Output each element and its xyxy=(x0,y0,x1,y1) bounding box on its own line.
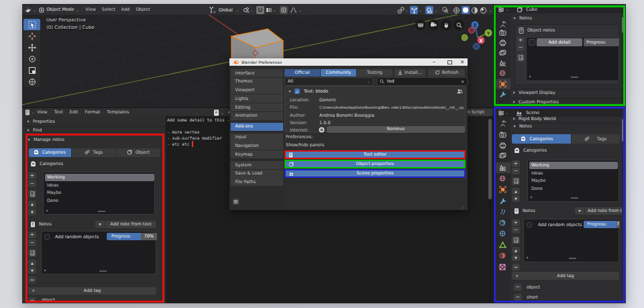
sidebar-item-editing[interactable]: Editing xyxy=(231,103,283,111)
add-category-button[interactable]: + xyxy=(28,172,36,179)
tab-official[interactable]: Official xyxy=(284,69,320,76)
axis-gizmo[interactable]: Z Y X xyxy=(462,20,492,51)
xray-toggle-icon[interactable] xyxy=(442,7,449,13)
properties-editor-icon[interactable] xyxy=(498,7,504,13)
text-datablock-selector[interactable]: ⌄ A xyxy=(213,109,231,116)
tab-testing[interactable]: Testing xyxy=(357,69,392,76)
object-props-panel-button[interactable]: Object properties xyxy=(286,161,464,167)
move-category-up-button[interactable]: ▲ xyxy=(28,201,36,207)
remove-category-button[interactable]: − xyxy=(28,181,36,187)
add-note-button[interactable]: + xyxy=(28,232,36,238)
list-item-selected[interactable]: Working xyxy=(529,162,618,169)
remove-note-button[interactable]: − xyxy=(517,44,525,51)
shading-rendered-icon[interactable] xyxy=(480,7,487,14)
proportional-editing-toggle[interactable] xyxy=(280,6,288,14)
menu-select[interactable]: Select xyxy=(102,7,115,12)
addon-enabled-checkbox[interactable]: ✓ xyxy=(294,89,300,94)
add-note-button[interactable]: + xyxy=(517,37,525,44)
sidebar-item-interface[interactable]: Interface xyxy=(231,69,283,77)
list-expand-arrow[interactable] xyxy=(527,256,528,258)
remove-tag-button[interactable]: − xyxy=(28,297,36,303)
add-note-button[interactable]: + xyxy=(512,219,520,226)
tab-tags[interactable]: Tags xyxy=(572,134,620,144)
note-checkbox[interactable] xyxy=(529,39,535,46)
sidebar-item-input[interactable]: Input xyxy=(231,134,283,142)
sort-notes-button[interactable]: A xyxy=(512,236,520,244)
menu-edit[interactable]: Edit xyxy=(70,110,78,115)
list-item[interactable]: Ideas xyxy=(45,182,154,189)
grid-gizmo-button[interactable] xyxy=(415,19,426,30)
list-resize-grip[interactable] xyxy=(569,258,576,259)
sort-notes-button[interactable]: A xyxy=(517,54,525,62)
tool-select-box[interactable] xyxy=(23,19,40,30)
list-item[interactable]: Maybe xyxy=(45,189,154,197)
tab-object[interactable]: Object xyxy=(117,148,160,157)
remove-tag-button[interactable]: − xyxy=(514,284,522,291)
tab-categories[interactable]: Categories xyxy=(512,134,571,144)
notes-list[interactable]: Add random objects Progress: 7 xyxy=(523,219,619,262)
shading-wireframe-icon[interactable] xyxy=(453,7,460,14)
tab-view-layer[interactable] xyxy=(496,150,508,160)
install-button[interactable]: Install... xyxy=(394,69,425,76)
window-resize-grip[interactable] xyxy=(459,204,464,209)
tab-modifiers[interactable] xyxy=(496,89,508,99)
list-resize-grip[interactable] xyxy=(571,197,578,199)
menu-format[interactable]: Format xyxy=(85,110,100,115)
rigid-body-panel[interactable]: Rigid Body World xyxy=(513,117,556,121)
move-note-up-button[interactable]: ▲ xyxy=(512,247,520,254)
falloff-curve-icon[interactable] xyxy=(290,7,297,13)
snap-target-icon[interactable] xyxy=(243,7,250,13)
properties-scrollbar[interactable] xyxy=(622,16,625,105)
tab-scene[interactable] xyxy=(496,163,508,173)
tab-output[interactable] xyxy=(496,38,508,48)
list-item[interactable]: Done xyxy=(45,197,154,205)
progress-slider[interactable]: Progress: 7 xyxy=(584,221,620,228)
note-extra-button[interactable]: ↔ xyxy=(28,276,36,283)
window-minimize-button[interactable]: – xyxy=(433,59,435,65)
notes-panel-header[interactable]: Notes xyxy=(513,16,532,21)
snap-with-icon[interactable] xyxy=(266,7,272,13)
add-category-button[interactable]: + xyxy=(512,160,520,167)
sidebar-item-system[interactable]: System xyxy=(231,161,283,169)
editor-type-button[interactable]: ⌄ xyxy=(25,7,36,13)
tool-scale[interactable] xyxy=(23,64,40,76)
text-editor-code[interactable]: Add some detail to this - - more vertex … xyxy=(167,117,229,147)
custom-properties-panel[interactable]: Custom Properties xyxy=(513,100,559,105)
move-note-down-button[interactable]: ▼ xyxy=(28,267,36,274)
tab-object[interactable] xyxy=(496,79,508,89)
list-expand-arrow[interactable] xyxy=(44,269,46,271)
gizmos-toggle[interactable] xyxy=(410,6,418,14)
tab-material[interactable] xyxy=(496,251,508,261)
remove-tag-button[interactable]: − xyxy=(514,294,522,301)
add-note-from-text-button[interactable]: Add note from text xyxy=(105,221,156,228)
shading-solid-toggle[interactable] xyxy=(462,6,470,14)
pivot-point-icon[interactable] xyxy=(397,7,405,14)
remove-note-button[interactable]: − xyxy=(28,240,36,246)
object-notes-list[interactable]: Add detail Progress: xyxy=(526,37,619,81)
sidebar-item-navigation[interactable]: Navigation xyxy=(231,142,283,150)
window-maximize-button[interactable] xyxy=(447,60,452,65)
tab-object[interactable] xyxy=(496,185,508,195)
filter-dropdown[interactable]: All ⌄ xyxy=(284,77,374,86)
sort-categories-button[interactable]: A xyxy=(28,190,36,198)
list-item[interactable]: Done xyxy=(529,185,618,193)
tool-cursor[interactable] xyxy=(23,30,40,42)
list-expand-arrow[interactable] xyxy=(531,196,532,198)
move-category-up-button[interactable]: ▲ xyxy=(512,188,520,195)
tool-rotate[interactable] xyxy=(23,53,40,64)
tab-scene[interactable] xyxy=(496,58,508,68)
refresh-button[interactable]: Refresh xyxy=(428,69,465,76)
text-editor-panel-button[interactable]: Text editor xyxy=(286,152,464,158)
editor-type-button[interactable]: ⌄ xyxy=(25,109,34,115)
move-category-down-button[interactable]: ▼ xyxy=(28,209,36,215)
list-expand-arrow[interactable] xyxy=(529,75,531,77)
scene-props-panel-button[interactable]: Scene properties xyxy=(286,170,464,176)
tab-output[interactable] xyxy=(496,141,508,151)
mode-dropdown[interactable]: Object Mode ⌄ xyxy=(38,6,80,14)
properties-editor-icon[interactable] xyxy=(498,110,504,116)
tool-move[interactable] xyxy=(23,42,40,53)
menu-templates[interactable]: Templates xyxy=(107,110,129,115)
add-note-dropdown-button[interactable]: ▼ xyxy=(95,221,105,228)
list-resize-grip[interactable] xyxy=(571,76,578,78)
list-expand-arrow[interactable] xyxy=(46,209,48,211)
